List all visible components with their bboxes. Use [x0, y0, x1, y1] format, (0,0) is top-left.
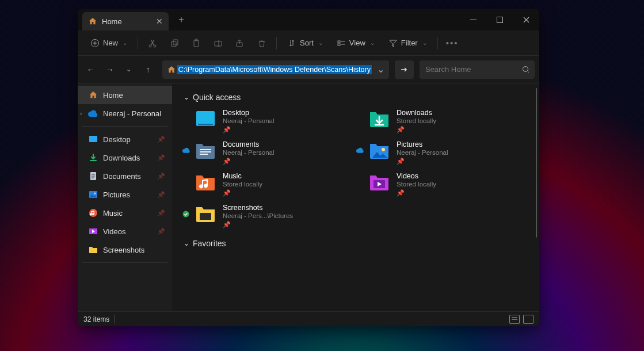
address-dropdown-button[interactable]: ⌄: [372, 60, 389, 79]
svg-rect-6: [173, 40, 178, 45]
sidebar-item-label: Downloads: [103, 154, 140, 162]
sort-icon: [287, 39, 296, 48]
separator: [114, 315, 115, 323]
chevron-down-icon: ⌄: [422, 40, 427, 46]
plus-circle-icon: [90, 39, 100, 48]
pin-icon: 📌: [157, 136, 169, 143]
chevron-down-icon: ⌄: [184, 239, 189, 247]
quick-access-downloads[interactable]: Downloads Stored locally 📌: [368, 108, 528, 133]
thumbnails-view-button[interactable]: [523, 315, 534, 324]
copy-button[interactable]: [165, 34, 184, 52]
folder-icon: [194, 203, 217, 226]
sidebar-home[interactable]: Home: [78, 86, 172, 104]
tab-title: Home: [102, 17, 122, 26]
toolbar: New ⌄ Sort ⌄ View ⌄ Filter ⌄ •••: [78, 30, 539, 56]
sync-ok-icon: [182, 211, 189, 218]
svg-rect-11: [338, 41, 340, 43]
more-button[interactable]: •••: [443, 34, 462, 52]
search-input[interactable]: [425, 65, 522, 74]
minimize-button[interactable]: [460, 9, 486, 30]
quick-access-desktop[interactable]: Desktop Neeraj - Personal 📌: [194, 108, 354, 133]
separator: [437, 37, 438, 49]
folder-icon: [88, 245, 98, 255]
details-view-button[interactable]: [509, 315, 520, 324]
home-icon: [88, 17, 97, 26]
svg-rect-12: [338, 44, 340, 45]
picture-icon: [368, 139, 391, 162]
chevron-down-icon: ⌄: [123, 40, 127, 46]
sidebar-onedrive[interactable]: › Neeraj - Personal: [78, 104, 172, 123]
quick-access-documents[interactable]: Documents Neeraj - Personal 📌: [194, 139, 354, 165]
cloud-sync-icon: [182, 147, 189, 154]
quick-access-grid: Desktop Neeraj - Personal 📌 Downloads St…: [194, 108, 528, 228]
sidebar-item-desktop[interactable]: Desktop 📌: [78, 130, 172, 148]
close-button[interactable]: [513, 9, 539, 30]
sidebar-item-downloads[interactable]: Downloads 📌: [78, 148, 172, 167]
sidebar-item-screenshots[interactable]: Screenshots: [78, 241, 172, 259]
sort-button[interactable]: Sort ⌄: [281, 35, 329, 51]
go-button[interactable]: [395, 60, 414, 79]
scrollbar[interactable]: [536, 88, 537, 238]
svg-point-28: [183, 211, 189, 218]
sidebar-item-documents[interactable]: Documents 📌: [78, 167, 172, 185]
file-explorer-window: Home ✕ ＋ New ⌄ Sort ⌄ View: [78, 9, 539, 326]
pin-icon: 📌: [223, 221, 293, 228]
address-input[interactable]: C:\ProgramData\Microsoft\Windows Defende…: [177, 65, 372, 74]
download-icon: [88, 152, 98, 163]
sidebar-item-label: Pictures: [103, 190, 130, 199]
video-icon: [88, 226, 98, 236]
search-box[interactable]: [420, 60, 535, 79]
pin-icon: 📌: [397, 158, 448, 165]
pin-icon: 📌: [157, 209, 169, 217]
tab-close-button[interactable]: ✕: [156, 17, 163, 26]
svg-rect-25: [200, 154, 208, 155]
sidebar-item-videos[interactable]: Videos 📌: [78, 222, 172, 241]
new-tab-button[interactable]: ＋: [169, 14, 194, 26]
new-button[interactable]: New ⌄: [85, 35, 133, 51]
cloud-sync-icon: [356, 147, 363, 154]
view-button[interactable]: View ⌄: [331, 35, 380, 51]
paste-button[interactable]: [186, 34, 206, 52]
tab-home[interactable]: Home ✕: [82, 12, 169, 30]
rename-button[interactable]: [208, 34, 228, 52]
pin-icon: 📌: [223, 189, 262, 197]
separator: [138, 37, 138, 49]
music-icon: [194, 171, 217, 194]
quick-access-label: Desktop Neeraj - Personal 📌: [223, 108, 274, 133]
sidebar-item-music[interactable]: Music 📌: [78, 204, 172, 222]
home-icon: [166, 65, 177, 74]
forward-button[interactable]: →: [101, 61, 118, 78]
svg-point-13: [523, 66, 528, 71]
filter-button[interactable]: Filter ⌄: [383, 35, 433, 51]
chevron-down-icon: ⌄: [370, 40, 375, 46]
history-button[interactable]: ⌄: [120, 61, 137, 78]
cut-button[interactable]: [143, 34, 162, 52]
svg-rect-5: [172, 41, 176, 47]
share-button[interactable]: [230, 34, 250, 52]
section-favorites[interactable]: ⌄ Favorites: [184, 239, 528, 248]
quick-access-label: Downloads Stored locally 📌: [397, 108, 436, 133]
quick-access-music[interactable]: Music Stored locally 📌: [194, 171, 354, 197]
picture-icon: [88, 189, 98, 200]
sidebar-item-label: Home: [103, 91, 123, 100]
back-button[interactable]: ←: [82, 61, 99, 78]
desktop-icon: [88, 134, 98, 144]
window-controls: [460, 9, 539, 30]
svg-rect-29: [200, 213, 211, 220]
maximize-button[interactable]: [486, 9, 513, 30]
sort-label: Sort: [300, 39, 314, 47]
section-quick-access[interactable]: ⌄ Quick access: [184, 93, 528, 102]
sidebar-item-pictures[interactable]: Pictures 📌: [78, 185, 172, 204]
quick-access-videos[interactable]: Videos Stored locally 📌: [368, 171, 528, 197]
desktop-icon: [194, 108, 217, 131]
filter-label: Filter: [401, 39, 418, 47]
up-button[interactable]: ↑: [140, 61, 157, 78]
sidebar-item-label: Documents: [103, 172, 141, 181]
sidebar-item-label: Neeraj - Personal: [103, 109, 161, 118]
chevron-right-icon[interactable]: ›: [80, 110, 82, 117]
quick-access-screenshots[interactable]: Screenshots Neeraj - Pers...\Pictures 📌: [194, 203, 354, 228]
delete-button[interactable]: [252, 34, 272, 52]
content-area: ⌄ Quick access Desktop Neeraj - Personal…: [172, 83, 539, 311]
quick-access-pictures[interactable]: Pictures Neeraj - Personal 📌: [368, 139, 528, 165]
address-bar[interactable]: C:\ProgramData\Microsoft\Windows Defende…: [162, 60, 389, 79]
